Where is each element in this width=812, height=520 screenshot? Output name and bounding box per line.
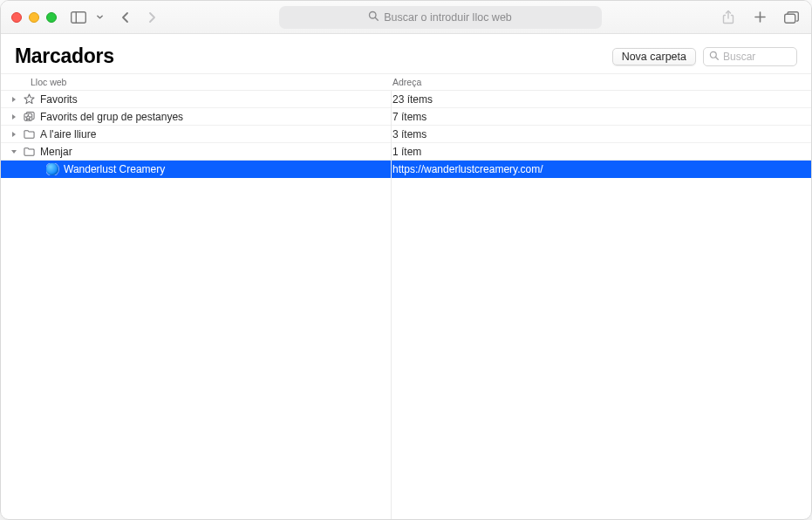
traffic-lights xyxy=(11,12,57,23)
row-address: 3 ítems xyxy=(391,128,811,140)
globe-icon xyxy=(46,163,58,175)
folder-aire-lliure[interactable]: A l'aire lliure 3 ítems xyxy=(1,126,811,143)
disclosure-triangle-icon[interactable] xyxy=(10,113,17,120)
folder-favorits[interactable]: Favorits 23 ítems xyxy=(1,91,811,108)
folder-tabgroup-favorits[interactable]: Favorits del grup de pestanyes 7 ítems xyxy=(1,108,811,126)
svg-line-9 xyxy=(716,57,719,59)
back-button[interactable] xyxy=(116,7,135,28)
share-button[interactable] xyxy=(719,7,738,28)
svg-rect-7 xyxy=(784,14,795,23)
page-title: Marcadors xyxy=(15,44,114,68)
svg-rect-0 xyxy=(72,11,86,23)
tab-overview-button[interactable] xyxy=(781,7,801,28)
svg-marker-10 xyxy=(12,97,16,102)
tabgroup-icon xyxy=(23,111,35,122)
bookmark-wanderlust[interactable]: Wanderlust Creamery https://wanderlustcr… xyxy=(1,161,811,178)
minimize-button[interactable] xyxy=(29,12,39,23)
column-header-site[interactable]: Lloc web xyxy=(31,77,391,87)
disclosure-triangle-icon[interactable] xyxy=(10,96,17,103)
column-divider[interactable] xyxy=(391,91,392,519)
row-address: 1 ítem xyxy=(391,146,811,158)
zoom-button[interactable] xyxy=(46,12,57,23)
svg-line-3 xyxy=(375,17,378,20)
toggle-sidebar-button[interactable] xyxy=(69,7,88,28)
address-placeholder: Buscar o introduir lloc web xyxy=(384,11,512,24)
new-tab-button[interactable] xyxy=(750,7,769,28)
star-icon xyxy=(23,93,35,105)
disclosure-triangle-icon[interactable] xyxy=(10,148,17,155)
row-name: Favorits xyxy=(40,93,78,106)
disclosure-triangle-icon[interactable] xyxy=(10,131,17,138)
forward-button[interactable] xyxy=(142,7,161,28)
row-name: Wanderlust Creamery xyxy=(64,163,165,175)
row-name: Favorits del grup de pestanyes xyxy=(40,111,183,123)
svg-marker-16 xyxy=(11,150,17,154)
row-name: A l'aire lliure xyxy=(40,128,96,140)
folder-icon xyxy=(23,128,35,140)
svg-marker-11 xyxy=(24,94,33,104)
address-bar[interactable]: Buscar o introduir lloc web xyxy=(279,6,602,29)
svg-marker-14 xyxy=(25,115,31,120)
svg-marker-15 xyxy=(12,132,16,137)
close-button[interactable] xyxy=(11,12,22,23)
bookmarks-list: Favorits 23 ítems Favorits del grup de p… xyxy=(1,91,811,519)
bookmarks-search-input[interactable] xyxy=(723,51,791,63)
search-icon xyxy=(709,51,719,63)
search-icon xyxy=(368,10,379,24)
row-address: https://wanderlustcreamery.com/ xyxy=(391,163,811,175)
sidebar-menu-chevron-icon[interactable] xyxy=(90,7,109,28)
column-headers: Lloc web Adreça xyxy=(1,73,811,91)
folder-icon xyxy=(23,146,35,157)
window-toolbar: Buscar o introduir lloc web xyxy=(1,1,811,34)
new-folder-button[interactable]: Nova carpeta xyxy=(612,48,696,65)
column-header-address[interactable]: Adreça xyxy=(391,77,811,87)
svg-marker-12 xyxy=(12,114,16,120)
folder-menjar[interactable]: Menjar 1 ítem xyxy=(1,143,811,161)
row-name: Menjar xyxy=(40,146,72,158)
page-header: Marcadors Nova carpeta xyxy=(1,34,811,73)
row-address: 7 ítems xyxy=(391,111,811,123)
bookmarks-search[interactable] xyxy=(703,47,797,66)
row-address: 23 ítems xyxy=(391,93,811,106)
